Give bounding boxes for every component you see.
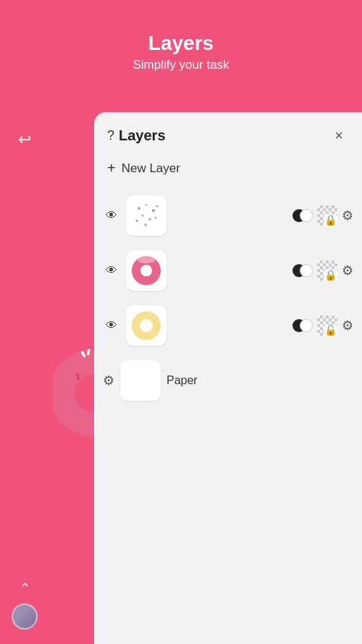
svg-point-8 bbox=[152, 209, 155, 212]
layer-controls-2: 🔒 ⚙ bbox=[292, 260, 353, 281]
app-container: ↩ ⌃ ? Layers bbox=[0, 112, 362, 644]
panel-title-row: ? Layers bbox=[107, 127, 166, 144]
svg-point-9 bbox=[142, 215, 144, 217]
layers-panel: ? Layers × + New Layer 👁 bbox=[94, 112, 362, 644]
lock-icon-1[interactable]: 🔒 bbox=[324, 214, 337, 226]
svg-point-17 bbox=[138, 256, 155, 263]
paper-thumb[interactable] bbox=[120, 360, 161, 401]
blend-mode-2[interactable] bbox=[292, 260, 313, 281]
layer-thumb-2[interactable] bbox=[126, 250, 167, 291]
lock-bg-1: 🔒 bbox=[317, 206, 337, 226]
panel-header: ? Layers × bbox=[94, 112, 362, 153]
blend-mode-1[interactable] bbox=[292, 206, 313, 226]
layer-controls-3: 🔓 ⚙ bbox=[292, 315, 353, 336]
svg-point-14 bbox=[156, 206, 159, 208]
layer-row: 👁 🔓 ⚙ bbox=[94, 298, 362, 353]
layer-row: 👁 🔒 ⚙ bbox=[94, 243, 362, 298]
lock-bg-2: 🔒 bbox=[317, 260, 337, 281]
layer-controls-1: 🔒 ⚙ bbox=[292, 206, 353, 226]
paper-label: Paper bbox=[167, 374, 198, 387]
panel-title: Layers bbox=[119, 127, 166, 144]
svg-point-13 bbox=[144, 224, 147, 226]
layers-list: 👁 bbox=[94, 188, 362, 644]
layer-preview-3 bbox=[128, 308, 164, 344]
lock-bg-3: 🔓 bbox=[317, 315, 337, 336]
header-subtitle: Simplify your task bbox=[0, 58, 362, 72]
back-button[interactable]: ↩ bbox=[12, 127, 38, 153]
layer-row: 👁 bbox=[94, 188, 362, 243]
svg-point-6 bbox=[138, 207, 140, 210]
visibility-toggle-3[interactable]: 👁 bbox=[103, 319, 120, 332]
help-icon[interactable]: ? bbox=[107, 128, 114, 143]
layer-settings-3[interactable]: ⚙ bbox=[342, 318, 353, 334]
paper-layer-row: ⚙ Paper bbox=[94, 353, 362, 408]
header-section: Layers Simplify your task bbox=[0, 0, 362, 90]
layer-settings-2[interactable]: ⚙ bbox=[342, 263, 353, 279]
lock-icon-2[interactable]: 🔒 bbox=[324, 269, 337, 281]
layer-settings-1[interactable]: ⚙ bbox=[342, 208, 353, 224]
svg-point-16 bbox=[140, 265, 152, 276]
svg-point-11 bbox=[136, 220, 138, 222]
layer-preview-2 bbox=[128, 253, 164, 289]
plus-icon: + bbox=[107, 160, 116, 177]
layer-preview-1 bbox=[128, 198, 164, 234]
svg-point-12 bbox=[155, 217, 157, 219]
bottom-controls: ⌃ bbox=[12, 580, 38, 630]
new-layer-button[interactable]: + New Layer bbox=[94, 153, 362, 188]
close-button[interactable]: × bbox=[329, 125, 349, 145]
back-arrow-icon: ↩ bbox=[18, 130, 31, 149]
svg-point-10 bbox=[148, 218, 151, 221]
svg-point-7 bbox=[146, 204, 148, 206]
chevron-up-button[interactable]: ⌃ bbox=[20, 580, 30, 596]
header-title: Layers bbox=[0, 32, 362, 55]
svg-point-19 bbox=[140, 319, 153, 332]
color-picker-button[interactable] bbox=[12, 603, 38, 630]
left-sidebar: ↩ ⌃ bbox=[0, 112, 49, 644]
lock-icon-3[interactable]: 🔓 bbox=[324, 324, 337, 336]
paper-settings-icon[interactable]: ⚙ bbox=[103, 373, 114, 389]
blend-mode-3[interactable] bbox=[292, 315, 313, 336]
new-layer-label: New Layer bbox=[122, 161, 180, 176]
layer-thumb-3[interactable] bbox=[126, 305, 167, 346]
layer-thumb-1[interactable] bbox=[126, 195, 167, 236]
visibility-toggle-2[interactable]: 👁 bbox=[103, 264, 120, 277]
visibility-toggle-1[interactable]: 👁 bbox=[103, 209, 120, 222]
